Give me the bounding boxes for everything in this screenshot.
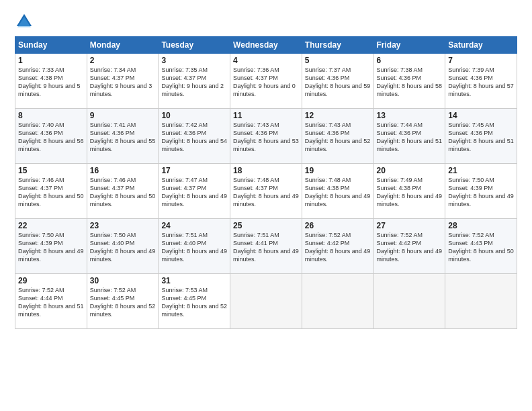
- day-number: 25: [233, 221, 299, 230]
- cell-details: Sunrise: 7:44 AMSunset: 4:36 PMDaylight:…: [377, 122, 443, 152]
- day-number: 10: [161, 111, 227, 120]
- day-number: 6: [377, 56, 443, 65]
- week-row-2: 8Sunrise: 7:40 AMSunset: 4:36 PMDaylight…: [15, 109, 517, 164]
- calendar-cell: 28Sunrise: 7:52 AMSunset: 4:43 PMDayligh…: [445, 219, 517, 274]
- day-number: 3: [161, 56, 227, 65]
- day-number: 4: [233, 56, 299, 65]
- calendar-cell: 27Sunrise: 7:52 AMSunset: 4:42 PMDayligh…: [373, 219, 445, 274]
- calendar-cell: 19Sunrise: 7:48 AMSunset: 4:38 PMDayligh…: [302, 164, 373, 219]
- day-number: 14: [448, 111, 514, 120]
- day-number: 7: [448, 56, 514, 65]
- day-number: 30: [90, 276, 156, 285]
- cell-details: Sunrise: 7:52 AMSunset: 4:42 PMDaylight:…: [305, 232, 371, 263]
- cell-details: Sunrise: 7:46 AMSunset: 4:37 PMDaylight:…: [90, 177, 156, 208]
- cell-details: Sunrise: 7:41 AMSunset: 4:36 PMDaylight:…: [90, 122, 156, 152]
- cell-details: Sunrise: 7:50 AMSunset: 4:39 PMDaylight:…: [448, 177, 514, 208]
- cell-details: Sunrise: 7:48 AMSunset: 4:38 PMDaylight:…: [305, 177, 371, 208]
- calendar-cell: 15Sunrise: 7:46 AMSunset: 4:37 PMDayligh…: [15, 164, 87, 219]
- cell-details: Sunrise: 7:35 AMSunset: 4:37 PMDaylight:…: [161, 66, 224, 97]
- cell-details: Sunrise: 7:37 AMSunset: 4:36 PMDaylight:…: [305, 66, 371, 97]
- calendar-cell: 22Sunrise: 7:50 AMSunset: 4:39 PMDayligh…: [15, 219, 87, 274]
- week-row-4: 22Sunrise: 7:50 AMSunset: 4:39 PMDayligh…: [15, 219, 517, 274]
- calendar-table: Sunday Monday Tuesday Wednesday Thursday…: [15, 36, 517, 329]
- calendar-cell: 10Sunrise: 7:42 AMSunset: 4:36 PMDayligh…: [159, 109, 230, 164]
- day-number: 19: [305, 166, 371, 175]
- day-number: 12: [305, 111, 371, 120]
- cell-details: Sunrise: 7:46 AMSunset: 4:37 PMDaylight:…: [18, 177, 84, 208]
- cell-details: Sunrise: 7:38 AMSunset: 4:36 PMDaylight:…: [377, 66, 443, 97]
- cell-details: Sunrise: 7:51 AMSunset: 4:40 PMDaylight:…: [161, 232, 227, 263]
- calendar-cell: [373, 274, 445, 329]
- cell-details: Sunrise: 7:50 AMSunset: 4:39 PMDaylight:…: [18, 232, 84, 263]
- col-saturday: Saturday: [445, 37, 517, 54]
- week-row-1: 1Sunrise: 7:33 AMSunset: 4:38 PMDaylight…: [15, 54, 517, 109]
- cell-details: Sunrise: 7:47 AMSunset: 4:37 PMDaylight:…: [161, 177, 227, 208]
- calendar-cell: 9Sunrise: 7:41 AMSunset: 4:36 PMDaylight…: [87, 109, 159, 164]
- cell-details: Sunrise: 7:33 AMSunset: 4:38 PMDaylight:…: [18, 66, 81, 97]
- calendar-cell: 2Sunrise: 7:34 AMSunset: 4:37 PMDaylight…: [87, 54, 159, 109]
- day-number: 18: [233, 166, 299, 175]
- day-number: 11: [233, 111, 299, 120]
- day-number: 13: [377, 111, 443, 120]
- cell-details: Sunrise: 7:34 AMSunset: 4:37 PMDaylight:…: [90, 66, 152, 97]
- calendar-cell: [302, 274, 373, 329]
- cell-details: Sunrise: 7:52 AMSunset: 4:45 PMDaylight:…: [90, 287, 156, 318]
- logo-icon: [15, 12, 34, 31]
- cell-details: Sunrise: 7:52 AMSunset: 4:44 PMDaylight:…: [18, 287, 84, 318]
- calendar-cell: 4Sunrise: 7:36 AMSunset: 4:37 PMDaylight…: [230, 54, 302, 109]
- day-number: 2: [90, 56, 156, 65]
- col-sunday: Sunday: [15, 37, 87, 54]
- calendar-cell: 3Sunrise: 7:35 AMSunset: 4:37 PMDaylight…: [159, 54, 230, 109]
- calendar-cell: 17Sunrise: 7:47 AMSunset: 4:37 PMDayligh…: [159, 164, 230, 219]
- calendar-cell: 13Sunrise: 7:44 AMSunset: 4:36 PMDayligh…: [373, 109, 445, 164]
- day-number: 28: [448, 221, 514, 230]
- cell-details: Sunrise: 7:39 AMSunset: 4:36 PMDaylight:…: [448, 66, 514, 97]
- calendar-cell: 25Sunrise: 7:51 AMSunset: 4:41 PMDayligh…: [230, 219, 302, 274]
- calendar-cell: 8Sunrise: 7:40 AMSunset: 4:36 PMDaylight…: [15, 109, 87, 164]
- calendar-cell: 20Sunrise: 7:49 AMSunset: 4:38 PMDayligh…: [373, 164, 445, 219]
- cell-details: Sunrise: 7:51 AMSunset: 4:41 PMDaylight:…: [233, 232, 299, 263]
- day-number: 29: [18, 276, 84, 285]
- day-number: 16: [90, 166, 156, 175]
- day-number: 26: [305, 221, 371, 230]
- calendar-cell: 21Sunrise: 7:50 AMSunset: 4:39 PMDayligh…: [445, 164, 517, 219]
- header-row: Sunday Monday Tuesday Wednesday Thursday…: [15, 37, 517, 54]
- col-friday: Friday: [373, 37, 445, 54]
- calendar-cell: 23Sunrise: 7:50 AMSunset: 4:40 PMDayligh…: [87, 219, 159, 274]
- cell-details: Sunrise: 7:52 AMSunset: 4:43 PMDaylight:…: [448, 232, 514, 263]
- col-wednesday: Wednesday: [230, 37, 302, 54]
- header: [15, 12, 517, 31]
- col-monday: Monday: [87, 37, 159, 54]
- col-tuesday: Tuesday: [159, 37, 230, 54]
- day-number: 17: [161, 166, 227, 175]
- cell-details: Sunrise: 7:45 AMSunset: 4:36 PMDaylight:…: [448, 122, 514, 152]
- calendar-cell: 5Sunrise: 7:37 AMSunset: 4:36 PMDaylight…: [302, 54, 373, 109]
- day-number: 24: [161, 221, 227, 230]
- cell-details: Sunrise: 7:36 AMSunset: 4:37 PMDaylight:…: [233, 66, 296, 97]
- cell-details: Sunrise: 7:53 AMSunset: 4:45 PMDaylight:…: [161, 287, 227, 318]
- day-number: 9: [90, 111, 156, 120]
- day-number: 5: [305, 56, 371, 65]
- cell-details: Sunrise: 7:43 AMSunset: 4:36 PMDaylight:…: [233, 122, 299, 152]
- calendar-cell: 18Sunrise: 7:48 AMSunset: 4:37 PMDayligh…: [230, 164, 302, 219]
- day-number: 23: [90, 221, 156, 230]
- calendar-cell: 24Sunrise: 7:51 AMSunset: 4:40 PMDayligh…: [159, 219, 230, 274]
- calendar-cell: 14Sunrise: 7:45 AMSunset: 4:36 PMDayligh…: [445, 109, 517, 164]
- calendar-cell: 26Sunrise: 7:52 AMSunset: 4:42 PMDayligh…: [302, 219, 373, 274]
- day-number: 20: [377, 166, 443, 175]
- calendar-cell: 11Sunrise: 7:43 AMSunset: 4:36 PMDayligh…: [230, 109, 302, 164]
- day-number: 22: [18, 221, 84, 230]
- cell-details: Sunrise: 7:48 AMSunset: 4:37 PMDaylight:…: [233, 177, 299, 208]
- calendar-cell: 31Sunrise: 7:53 AMSunset: 4:45 PMDayligh…: [159, 274, 230, 329]
- page: Sunday Monday Tuesday Wednesday Thursday…: [0, 0, 532, 411]
- week-row-5: 29Sunrise: 7:52 AMSunset: 4:44 PMDayligh…: [15, 274, 517, 329]
- calendar-cell: 29Sunrise: 7:52 AMSunset: 4:44 PMDayligh…: [15, 274, 87, 329]
- day-number: 8: [18, 111, 84, 120]
- day-number: 27: [377, 221, 443, 230]
- cell-details: Sunrise: 7:52 AMSunset: 4:42 PMDaylight:…: [377, 232, 443, 263]
- calendar-cell: 6Sunrise: 7:38 AMSunset: 4:36 PMDaylight…: [373, 54, 445, 109]
- calendar-cell: [445, 274, 517, 329]
- week-row-3: 15Sunrise: 7:46 AMSunset: 4:37 PMDayligh…: [15, 164, 517, 219]
- day-number: 31: [161, 276, 227, 285]
- calendar-cell: 12Sunrise: 7:43 AMSunset: 4:36 PMDayligh…: [302, 109, 373, 164]
